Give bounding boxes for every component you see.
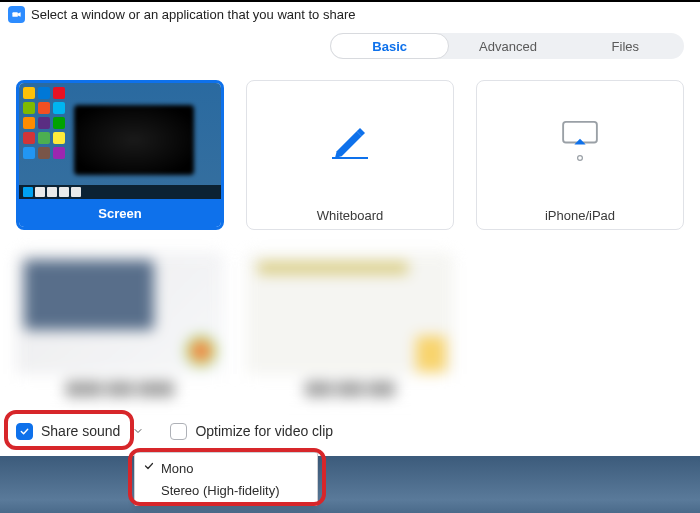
airplay-icon xyxy=(561,120,599,150)
svg-rect-0 xyxy=(12,12,18,17)
checkmark-icon xyxy=(19,426,30,437)
share-target-grid: Screen Whiteboard iPhone/iPad xyxy=(16,80,684,402)
share-option-window-blurred: ███ ███ ███ xyxy=(246,252,454,402)
svg-point-2 xyxy=(578,156,583,161)
share-option-iphone-ipad[interactable]: iPhone/iPad xyxy=(476,80,684,230)
share-option-label: Whiteboard xyxy=(247,201,453,229)
share-option-label: iPhone/iPad xyxy=(477,201,683,229)
window-top-border xyxy=(0,0,700,2)
share-option-whiteboard[interactable]: Whiteboard xyxy=(246,80,454,230)
zoom-app-icon xyxy=(8,6,25,23)
optimize-video-label: Optimize for video clip xyxy=(195,423,333,439)
share-option-screen[interactable]: Screen xyxy=(16,80,224,230)
share-sound-control: Share sound xyxy=(10,416,150,446)
chevron-down-icon xyxy=(132,425,144,437)
checkmark-icon xyxy=(143,460,155,475)
sound-option-stereo[interactable]: Stereo (High-fidelity) xyxy=(135,479,317,501)
menu-item-label: Mono xyxy=(161,461,194,476)
menu-item-label: Stereo (High-fidelity) xyxy=(161,483,280,498)
share-sound-dropdown-button[interactable] xyxy=(128,418,148,444)
screen-thumbnail xyxy=(19,83,221,199)
dialog-title: Select a window or an application that y… xyxy=(31,7,355,22)
optimize-video-control: Optimize for video clip xyxy=(170,423,333,440)
circle-icon xyxy=(576,154,584,162)
share-sound-menu: Mono Stereo (High-fidelity) xyxy=(134,452,318,506)
whiteboard-icon-preview xyxy=(247,81,453,201)
tab-advanced[interactable]: Advanced xyxy=(449,33,566,59)
sound-option-mono[interactable]: Mono xyxy=(135,457,317,479)
titlebar: Select a window or an application that y… xyxy=(2,3,361,26)
optimize-video-checkbox[interactable] xyxy=(170,423,187,440)
airplay-icon-preview xyxy=(477,81,683,201)
share-option-label: Screen xyxy=(19,199,221,227)
share-mode-tabs: Basic Advanced Files xyxy=(330,33,684,59)
tab-files[interactable]: Files xyxy=(567,33,684,59)
share-options-row: Share sound Optimize for video clip xyxy=(10,416,333,446)
share-sound-checkbox[interactable] xyxy=(16,423,33,440)
tab-basic[interactable]: Basic xyxy=(330,33,449,59)
share-sound-label: Share sound xyxy=(41,423,120,439)
share-option-window-blurred: ████ ███ ████ xyxy=(16,252,224,402)
